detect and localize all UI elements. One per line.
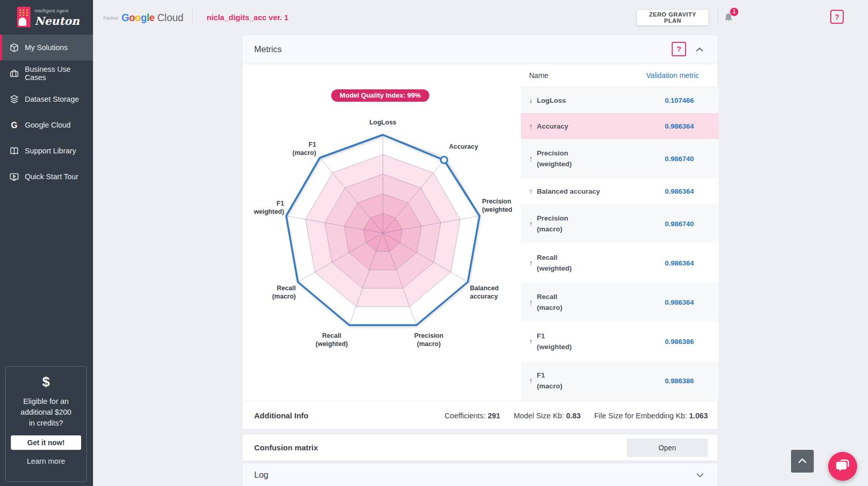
dollar-icon: $ <box>6 374 86 390</box>
log-panel[interactable]: Log <box>242 463 718 486</box>
sidebar-item-business-use-cases[interactable]: Business Use Cases <box>0 60 93 86</box>
metric-row-recall-weighted-[interactable]: ↑Recall(weighted)0.986364 <box>521 243 719 283</box>
google-logo-text: Google <box>121 12 154 24</box>
arrow-up-icon: ↑ <box>529 377 533 385</box>
metric-row-f1-weighted-[interactable]: ↑F1(weighted)0.986386 <box>521 322 719 361</box>
arrow-up-icon: ↑ <box>529 298 533 306</box>
sidebar-item-label: Dataset Storage <box>25 95 79 103</box>
radar-axis-label: Precision(weighted <box>482 198 512 213</box>
open-confusion-matrix-button[interactable]: Open <box>627 438 708 457</box>
radar-axis-label: Precision(macro) <box>414 332 443 348</box>
partner-label: Partner <box>103 15 119 21</box>
metrics-help-button[interactable]: ? <box>672 42 686 56</box>
layers-icon <box>9 95 19 104</box>
additional-info-stats: Coefficients: 291Model Size Kb: 0.83File… <box>444 412 708 420</box>
sidebar-item-dataset-storage[interactable]: Dataset Storage <box>0 86 93 112</box>
collapse-chevron-up-icon[interactable] <box>695 46 704 53</box>
metrics-table: Name Validation metric ↓LogLoss0.107466↑… <box>521 64 719 400</box>
arrow-up-icon: ↑ <box>529 154 533 163</box>
metric-name: Accuracy <box>537 121 568 132</box>
brand-logo[interactable]: Intelligent Agent Neuton <box>17 7 80 27</box>
confusion-matrix-title: Confusion matrix <box>254 443 318 452</box>
chat-widget-button[interactable] <box>828 452 857 481</box>
google-logo-letter: e <box>149 12 154 23</box>
arrow-up-icon: ↑ <box>529 122 533 130</box>
sidebar-item-label: Business Use Cases <box>25 65 93 82</box>
notifications-button[interactable]: 1 <box>722 11 736 25</box>
sidebar-item-label: Google Cloud <box>25 121 71 129</box>
arrow-up-icon: ↑ <box>529 259 533 267</box>
promo-text-line: in credits? <box>6 418 86 429</box>
radar-axis-label: F1(macro) <box>292 141 316 156</box>
credits-promo-card: $ Eligible for anadditional $200in credi… <box>5 366 87 482</box>
chat-bubble-icon <box>834 458 851 474</box>
metric-value: 0.986364 <box>665 299 694 306</box>
metric-row-logloss[interactable]: ↓LogLoss0.107466 <box>521 87 719 113</box>
metric-name: F1(weighted) <box>537 331 572 352</box>
promo-text: Eligible for anadditional $200in credits… <box>6 396 86 429</box>
sidebar-item-support-library[interactable]: Support Library <box>0 138 93 164</box>
metric-name: Recall(macro) <box>537 291 563 313</box>
tour-icon <box>9 172 19 182</box>
metric-value: 0.986364 <box>665 187 694 195</box>
logo-dots <box>20 9 28 16</box>
metric-name: Precision(macro) <box>537 213 568 234</box>
google-logo-letter: o <box>135 12 141 23</box>
metric-row-recall-macro-[interactable]: ↑Recall(macro)0.986364 <box>521 283 719 322</box>
get-it-now-button[interactable]: Get it now! <box>11 435 81 450</box>
learn-more-link[interactable]: Learn more <box>6 457 86 465</box>
briefcase-icon <box>9 69 19 79</box>
sidebar-item-quick-start-tour[interactable]: Quick Start Tour <box>0 164 93 190</box>
column-name: Name <box>529 71 548 80</box>
radar-axis-label: Recall(weighted) <box>316 332 348 348</box>
active-item-indicator <box>0 35 2 60</box>
metric-value: 0.986740 <box>665 155 694 163</box>
metric-name: Precision(weighted) <box>537 148 572 169</box>
sidebar-menu: My SolutionsBusiness Use CasesDataset St… <box>0 35 93 190</box>
column-validation-metric[interactable]: Validation metric <box>646 71 699 80</box>
google-logo-letter: o <box>129 12 135 23</box>
radar-chart: LogLossAccuracyPrecision(weightedBalance… <box>242 64 521 401</box>
radar-axis-label: Accuracy <box>449 143 478 150</box>
metrics-panel: Metrics ? Model Quality Index: 99% LogLo… <box>242 35 718 430</box>
metrics-table-header: Name Validation metric <box>521 64 719 87</box>
google-logo-letter: G <box>121 12 129 23</box>
google-cloud-logo[interactable]: Google Cloud <box>121 12 183 24</box>
stat-model-size-kb-: Model Size Kb: 0.83 <box>514 412 581 420</box>
metric-row-precision-macro-[interactable]: ↑Precision(macro)0.986740 <box>521 204 719 243</box>
metric-row-f1-macro-[interactable]: ↑F1(macro)0.986386 <box>521 361 719 400</box>
sidebar-item-google-cloud[interactable]: GGoogle Cloud <box>0 112 93 138</box>
metric-value: 0.107466 <box>665 97 694 104</box>
arrow-down-icon: ↓ <box>529 96 533 104</box>
stat-file-size-for-embedding-kb-: File Size for Embedding Kb: 1.063 <box>594 412 708 420</box>
log-title: Log <box>254 470 269 480</box>
metric-value: 0.986386 <box>665 338 694 346</box>
expand-chevron-down-icon[interactable] <box>696 473 704 478</box>
radar-axis-label: F1weighted) <box>254 200 284 215</box>
logo-bird-shape <box>19 18 26 26</box>
arrow-up-icon: ↑ <box>529 187 533 195</box>
radar-axis-label: Balancedaccuracy <box>470 285 499 300</box>
metric-row-accuracy[interactable]: ↑Accuracy0.986364 <box>521 113 719 139</box>
solution-title: nicla_digits_acc ver. 1 <box>207 13 288 22</box>
scroll-to-top-button[interactable] <box>791 450 814 473</box>
stat-coefficients-: Coefficients: 291 <box>444 412 500 420</box>
metric-name: Recall(weighted) <box>537 252 572 274</box>
metric-row-balanced-accuracy[interactable]: ↑Balanced accuracy0.986364 <box>521 178 719 204</box>
help-button[interactable]: ? <box>830 10 844 24</box>
model-quality-badge: Model Quality Index: 99% <box>331 89 429 102</box>
zero-gravity-plan-button[interactable]: ZERO GRAVITY PLAN <box>637 10 708 25</box>
radar-axis-label: Recall(macro) <box>272 285 296 300</box>
radar-accuracy-marker <box>441 156 447 163</box>
neuton-logo-icon <box>17 7 30 27</box>
promo-text-line: additional $200 <box>6 407 86 418</box>
additional-info-title: Additional Info <box>254 411 308 420</box>
metric-value: 0.986740 <box>665 220 694 228</box>
arrow-up-icon: ↑ <box>529 220 533 228</box>
metric-name: Balanced accuracy <box>537 186 600 197</box>
metric-row-precision-weighted-[interactable]: ↑Precision(weighted)0.986740 <box>521 139 719 178</box>
sidebar-item-my-solutions[interactable]: My Solutions <box>0 35 93 60</box>
cloud-logo-text: Cloud <box>157 12 183 24</box>
radar-axis-label: LogLoss <box>369 119 396 126</box>
google-logo-letter: g <box>141 12 147 23</box>
